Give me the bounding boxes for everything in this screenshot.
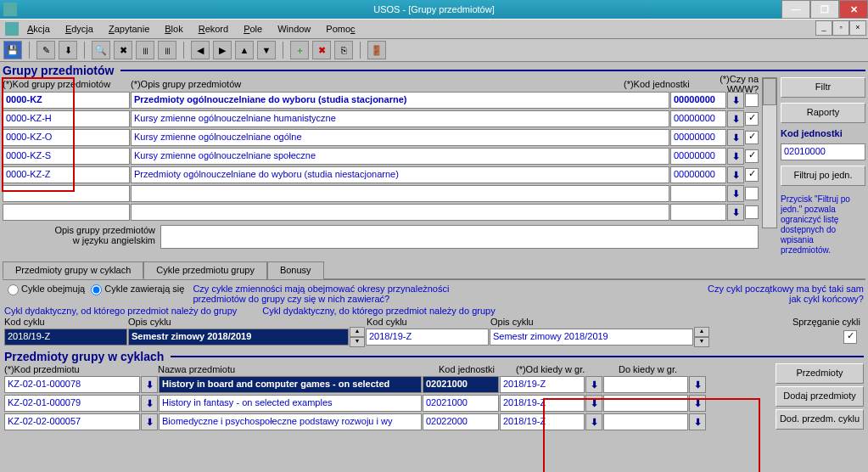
dropdown-icon[interactable]: ⬇ [585,376,602,393]
kod-cell[interactable]: 0000-KZ-Z [3,166,130,183]
opis-cell[interactable]: Kursy zmienne ogólnouczelniane humanisty… [131,110,669,127]
nazwa-cell[interactable]: Biomedyczne i psychospołeczne podstawy r… [159,413,422,430]
opis-cell[interactable]: Kursy zmienne ogólnouczelniane ogólne [131,129,669,146]
kod-cell[interactable] [3,204,130,221]
dropdown-icon[interactable]: ⬇ [727,148,744,165]
opis-cell[interactable] [131,204,669,221]
tab-cykle[interactable]: Cykle przedmiotu grupy [143,261,267,279]
kod-cell[interactable] [3,185,130,202]
spinner-2[interactable]: ▲▼ [694,327,709,347]
opis-cell[interactable]: Przedmioty ogólnouczelniane do wyboru (s… [131,92,669,109]
do-cell[interactable] [603,413,688,430]
filtruj-button[interactable]: Filtruj po jedn. [781,166,865,186]
toolbar-del-icon[interactable]: ✖ [312,41,331,59]
mdi-restore[interactable]: ▫ [832,20,849,36]
dropdown-icon[interactable]: ⬇ [689,413,706,430]
toolbar-up-icon[interactable]: ▲ [235,41,254,59]
menu-rekord[interactable]: Rekord [199,24,228,34]
od-cell[interactable]: 2018/19-Z [500,376,585,393]
kod2-cell[interactable]: KZ-02-01-000079 [4,395,140,412]
jedn2-cell[interactable]: 02022000 [423,413,499,430]
raporty-button[interactable]: Raporty [781,103,865,123]
opiscyklu1-input[interactable]: Semestr zimowy 2018/2019 [128,329,349,346]
menu-akcja[interactable]: Akcja [27,24,50,34]
menu-window[interactable]: Window [277,24,311,34]
close-button[interactable]: ✕ [839,0,868,19]
toolbar-edit-icon[interactable]: ✎ [36,41,55,59]
filtr-button[interactable]: Filtr [781,77,865,98]
kodcyklu2-input[interactable]: 2018/19-Z [366,329,489,346]
menu-edycja[interactable]: Edycja [65,24,93,34]
dodaj-button[interactable]: Dodaj przedmioty [776,386,864,407]
nazwa-cell[interactable]: History in board and computer games - on… [159,376,422,393]
www-checkbox[interactable] [745,93,759,107]
maximize-button[interactable]: ❐ [810,0,839,19]
www-checkbox[interactable] [745,131,759,144]
www-checkbox[interactable] [745,112,759,126]
tab-bonusy[interactable]: Bonusy [267,261,324,279]
kod2-cell[interactable]: KZ-02-01-000078 [4,376,140,393]
dropdown-icon[interactable]: ⬇ [585,395,602,412]
dropdown-icon[interactable]: ⬇ [689,376,706,393]
jedn-cell[interactable]: 00000000 [670,129,726,146]
kod-cell[interactable]: 0000-KZ-O [3,129,130,146]
dropdown-icon[interactable]: ⬇ [141,376,158,393]
toolbar-exit-icon[interactable]: 🚪 [367,41,386,59]
od-cell[interactable]: 2018/19-Z [500,413,585,430]
opis-cell[interactable]: Kursy zmienne ogólnouczelniane społeczne [131,148,669,165]
mdi-close[interactable]: × [849,20,866,36]
radio-obejmuja[interactable]: Cykle obejmują [4,284,85,294]
tab-przedmioty-grupy[interactable]: Przedmioty grupy w cyklach [3,261,143,279]
dropdown-icon[interactable]: ⬇ [585,413,602,430]
jedn2-cell[interactable]: 02021000 [423,376,499,393]
kod-cell[interactable]: 0000-KZ [3,92,130,109]
www-checkbox[interactable] [745,168,759,182]
opis-cell[interactable]: Przedmioty ogólnouczelniane do wyboru (s… [131,166,669,183]
dropdown-icon[interactable]: ⬇ [141,395,158,412]
scrollbar-thumb[interactable] [763,78,776,105]
toolbar-down-icon[interactable]: ⬇ [59,41,77,59]
dropdown-icon[interactable]: ⬇ [141,413,158,430]
link-cykl-do[interactable]: Cykl dydaktyczny, do którego przedmiot n… [262,306,495,316]
toolbar-chart2-icon[interactable]: ⫼ [158,41,176,59]
menu-zapytanie[interactable]: Zapytanie [109,24,149,34]
menu-blok[interactable]: Blok [165,24,182,34]
nazwa-cell[interactable]: History in fantasy - on selected example… [159,395,422,412]
www-checkbox[interactable] [745,187,759,200]
dropdown-icon[interactable]: ⬇ [727,129,744,146]
opiscyklu2-input[interactable]: Semestr zimowy 2018/2019 [490,329,693,346]
toolbar-copy-icon[interactable]: ⎘ [334,41,353,59]
toolbar-search-icon[interactable]: 🔍 [92,41,110,59]
www-checkbox[interactable] [745,149,759,163]
toolbar-dn-icon[interactable]: ▼ [257,41,276,59]
jedn-cell[interactable]: 00000000 [670,110,726,127]
toolbar-save-icon[interactable]: 💾 [3,41,22,59]
toolbar-searchx-icon[interactable]: ✖ [114,41,132,59]
dropdown-icon[interactable]: ⬇ [727,92,744,109]
do-cell[interactable] [603,376,688,393]
minimize-button[interactable]: — [781,0,810,19]
english-input[interactable] [160,225,759,249]
menu-pole[interactable]: Pole [244,24,262,34]
jedn-cell[interactable] [670,185,726,202]
www-checkbox[interactable] [745,205,759,219]
jedn2-cell[interactable]: 02021000 [423,395,499,412]
kod2-cell[interactable]: KZ-02-02-000057 [4,413,140,430]
kod-cell[interactable]: 0000-KZ-S [3,148,130,165]
przedmioty-button[interactable]: Przedmioty [776,363,864,384]
do-cell[interactable] [603,395,688,412]
sprz-checkbox[interactable] [843,330,857,344]
opis-cell[interactable] [131,185,669,202]
jedn-cell[interactable] [670,204,726,221]
link-cykl-od[interactable]: Cykl dydaktyczny, od którego przedmiot n… [4,306,237,316]
toolbar-next-icon[interactable]: ▶ [213,41,232,59]
dropdown-icon[interactable]: ⬇ [727,110,744,127]
toolbar-chart1-icon[interactable]: ⫼ [136,41,154,59]
toolbar-add-icon[interactable]: ＋ [290,41,309,59]
jedn-cell[interactable]: 00000000 [670,92,726,109]
dropdown-icon[interactable]: ⬇ [727,166,744,183]
kod-cell[interactable]: 0000-KZ-H [3,110,130,127]
kodj-value[interactable]: 02010000 [781,143,865,160]
od-cell[interactable]: 2018/19-Z [500,395,585,412]
scrollbar-1[interactable] [762,77,777,228]
